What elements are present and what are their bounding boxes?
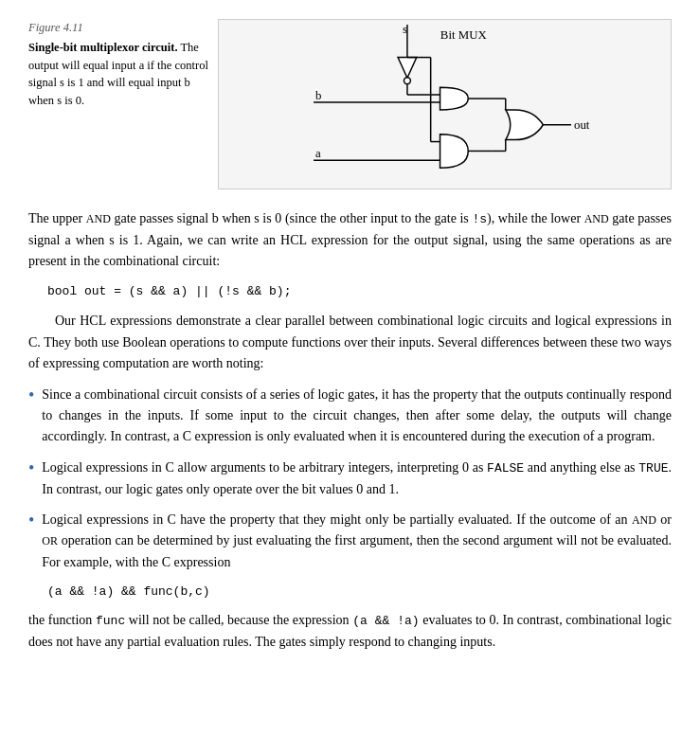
text-body: The upper And gate passes signal b when … <box>28 208 672 653</box>
and-smallcaps-3: And <box>632 513 656 527</box>
figure-section: Figure 4.11 Single-bit multiplexor circu… <box>28 19 672 189</box>
mux-circuit-svg: Bit MUX s <box>219 20 671 188</box>
svg-text:out: out <box>574 118 590 132</box>
list-item-3: • Logical expressions in C have the prop… <box>28 510 672 573</box>
figure-title: Single-bit multiplexor circuit. <box>28 41 178 54</box>
page-content: Figure 4.11 Single-bit multiplexor circu… <box>28 19 672 653</box>
figure-diagram: Bit MUX s <box>218 19 672 189</box>
bullet-text-1: Since a combinational circuit consists o… <box>42 385 672 448</box>
bullet-list: • Since a combinational circuit consists… <box>28 385 672 574</box>
code-not-s: !s <box>472 212 487 226</box>
list-item-1: • Since a combinational circuit consists… <box>28 385 672 448</box>
list-item-2: • Logical expressions in C allow argumen… <box>28 458 672 500</box>
or-smallcaps: Or <box>42 534 58 548</box>
svg-text:Bit MUX: Bit MUX <box>440 28 488 42</box>
false-keyword: False <box>487 461 524 476</box>
bullet-dot-1: • <box>28 385 34 406</box>
bullet-dot-3: • <box>28 510 34 531</box>
code-expression-2: (a && !a) && func(b,c) <box>47 583 672 602</box>
bullet-text-3: Logical expressions in C have the proper… <box>42 510 672 573</box>
paragraph-2: Our HCL expressions demonstrate a clear … <box>28 311 672 374</box>
figure-label: Figure 4.11 <box>28 19 208 37</box>
code-expression-1: bool out = (s && a) || (!s && b); <box>47 282 672 302</box>
figure-caption: Figure 4.11 Single-bit multiplexor circu… <box>28 19 208 189</box>
bullet-text-2: Logical expressions in C allow arguments… <box>42 458 672 500</box>
true-keyword: True <box>638 461 668 476</box>
func-keyword: func <box>96 614 125 628</box>
and-smallcaps-2: And <box>584 212 609 225</box>
expr-keyword: (a && !a) <box>352 614 419 628</box>
paragraph-1: The upper And gate passes signal b when … <box>28 208 672 273</box>
and-smallcaps-1: And <box>86 212 111 225</box>
bullet-dot-2: • <box>28 458 34 479</box>
svg-text:s: s <box>403 23 407 36</box>
svg-text:b: b <box>315 89 321 102</box>
svg-text:a: a <box>315 147 321 160</box>
paragraph-3: the function func will not be called, be… <box>28 610 672 653</box>
svg-point-5 <box>404 78 410 84</box>
